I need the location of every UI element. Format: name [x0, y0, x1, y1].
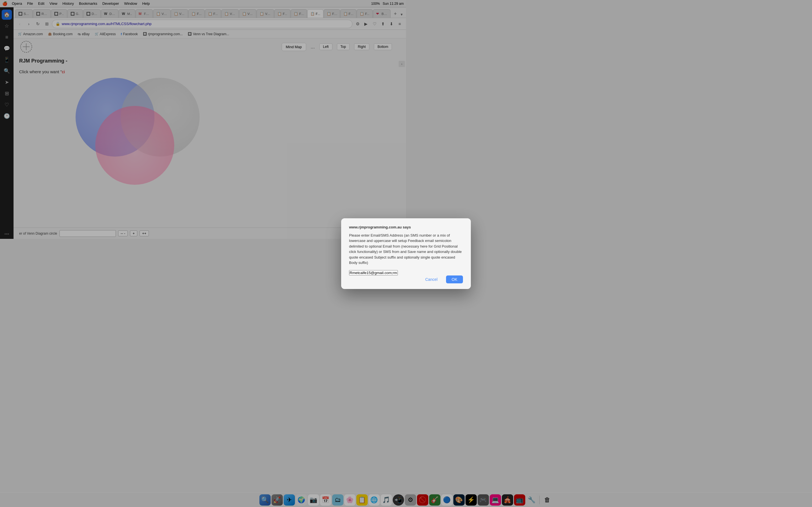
modal-body: Please enter Email/SMS Address (an SMS n… [349, 233, 406, 254]
modal-overlay[interactable]: www.rjmprogramming.com.au says Please en… [0, 0, 406, 253]
modal-title: www.rjmprogramming.com.au says [349, 225, 406, 229]
modal-dialog: www.rjmprogramming.com.au says Please en… [341, 218, 406, 254]
